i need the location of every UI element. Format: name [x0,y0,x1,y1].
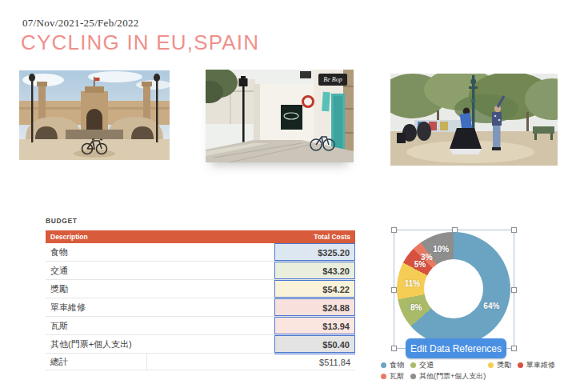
table-row[interactable]: 獎勵 $54.22 [46,280,355,298]
slice-percent-label: 64% [483,302,499,310]
resize-handle[interactable] [391,227,397,233]
column-header-total-costs[interactable]: Total Costs [314,230,350,243]
resize-handle[interactable] [511,287,517,293]
budget-table[interactable]: Description Total Costs 食物 $325.20 交通 $4… [46,230,355,370]
legend-item: 交通 [410,360,434,370]
slice-percent-label: 8% [410,302,422,311]
row-label[interactable]: 獎勵 [46,284,68,294]
donut-hole [424,259,483,318]
legend-label: 交通 [419,360,434,370]
legend-label: 食物 [390,360,404,370]
date-range-text[interactable]: 07/Nov/2021-25/Feb/2022 [22,17,139,30]
legend-swatch-icon [410,374,416,379]
table-header-row: Description Total Costs [46,230,355,243]
budget-donut-chart[interactable]: 64%8%11%5%3%10% [397,232,510,346]
row-value-cell[interactable]: $325.20 [274,243,355,261]
photo-street-illustration: Be Bop [206,70,354,162]
legend-label: 其他(門票+個人支出) [419,371,486,382]
legend-item: 其他(門票+個人支出) [410,371,486,382]
row-value-cell[interactable]: $50.40 [274,335,355,353]
total-row-value-cell[interactable]: $511.84 [274,354,355,370]
row-value-cell[interactable]: $43.20 [274,262,355,279]
slice-percent-label: 10% [433,245,449,254]
total-row-label[interactable]: 總計 [46,357,68,366]
legend-label: 瓦斯 [390,371,404,382]
photo-white-street[interactable]: Be Bop [206,70,354,162]
table-row[interactable]: 其他(門票+個人支出) $50.40 [46,335,355,354]
table-row[interactable]: 食物 $325.20 [46,243,355,262]
legend-row: 瓦斯其他(門票+個人支出) [381,370,571,382]
legend-swatch-icon [410,362,416,368]
legend-item: 瓦斯 [381,371,404,382]
legend-item: 食物 [381,360,404,370]
row-label[interactable]: 瓦斯 [46,321,68,330]
table-row[interactable]: 交通 $43.20 [46,262,355,280]
slice-percent-label: 3% [421,253,432,262]
edit-data-references-button[interactable]: Edit Data References [406,338,506,358]
photo-park-illustration [390,74,558,166]
row-label[interactable]: 食物 [46,247,68,257]
row-value-cell[interactable]: $54.22 [274,280,355,298]
legend-swatch-icon [381,362,386,368]
photo-plaza-illustration [19,70,170,160]
resize-handle[interactable] [511,227,517,233]
budget-section-label: BUDGET [46,217,78,225]
photo-park-dancers[interactable] [390,74,558,166]
table-row[interactable]: 瓦斯 $13.94 [46,317,355,335]
resize-handle[interactable] [511,346,517,351]
row-label[interactable]: 其他(門票+個人支出) [46,339,132,349]
photo-plaza-de-espana[interactable] [19,70,170,160]
cell-divider [146,354,147,370]
row-value-cell[interactable]: $13.94 [274,317,355,334]
column-header-description[interactable]: Description [46,233,88,241]
table-total-row[interactable]: 總計 $511.84 [46,354,355,370]
slice-percent-label: 11% [405,278,420,287]
table-row[interactable]: 單車維修 $24.88 [46,298,355,317]
legend-swatch-icon [381,374,386,379]
legend-row: 食物交通獎勵單車維修 [381,359,571,370]
shop-sign-text: Be Bop [323,76,342,83]
legend-item: 單車維修 [518,360,555,370]
chart-legend: 食物交通獎勵單車維修 瓦斯其他(門票+個人支出) [381,359,571,382]
slide-title[interactable]: CYCLING IN EU,SPAIN [21,30,259,55]
legend-item: 獎勵 [488,360,511,370]
resize-handle[interactable] [391,346,397,351]
row-value-cell[interactable]: $24.88 [274,298,355,316]
row-label[interactable]: 交通 [46,266,68,275]
legend-label: 獎勵 [497,360,511,370]
legend-swatch-icon [488,362,494,368]
row-label[interactable]: 單車維修 [46,302,86,312]
legend-swatch-icon [518,362,523,368]
resize-handle[interactable] [391,287,397,293]
legend-label: 單車維修 [526,360,555,370]
